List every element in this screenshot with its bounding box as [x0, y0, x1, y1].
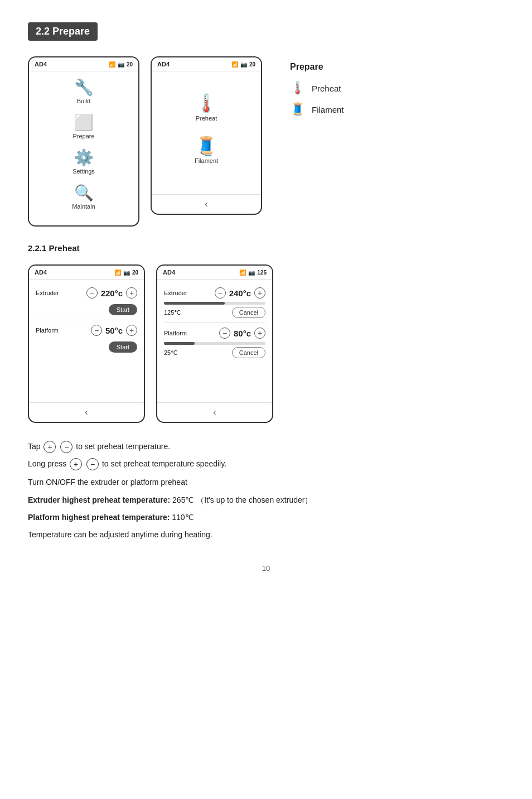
extruder-plus-1[interactable]: + [126, 287, 137, 299]
platform-current-2: 25°C [164, 349, 178, 356]
note2-regular: 265℃ （It's up to the chosen extruder） [172, 495, 312, 504]
camera-icon-2: 📷 [240, 61, 247, 68]
preheat-phone-2: AD4 📶 📷 125 Extruder − 240°c + [156, 264, 273, 423]
divider-1 [36, 320, 137, 320]
extruder-temp-1: 220°c [101, 288, 123, 298]
note3: Platform highest preheat temperature: 11… [28, 511, 504, 524]
platform-cancel-2[interactable]: Cancel [232, 347, 265, 358]
preheat-body-2: Extruder − 240°c + 125℃ Cancel [157, 280, 272, 402]
minus-inline-2: − [86, 458, 99, 470]
phone-footer-2[interactable]: ‹ [152, 194, 261, 214]
extruder-label-1: Extruder [36, 290, 59, 296]
menu-item-filament[interactable]: 🧵 Filament [195, 135, 218, 164]
platform-section-2: Platform − 80°c + 25°C Cancel [164, 328, 265, 358]
prepare-description: Prepare 🌡️ Preheat 🧵 Filament [290, 56, 344, 123]
preheat-footer-1[interactable]: ‹ [29, 402, 144, 422]
tap-instruction: Tap + − to set preheat temperature. [28, 440, 504, 454]
menu-item-prepare[interactable]: ⬜ Prepare [36, 113, 132, 139]
build-icon: 🔧 [74, 78, 94, 97]
plus-inline-2: + [70, 458, 82, 470]
phone-screen-1: AD4 📶 📷 20 🔧 Build ⬜ Prepare ⚙️ Settings… [28, 56, 139, 227]
platform-progress-fill [164, 342, 195, 345]
extruder-temp-2: 240°c [229, 288, 251, 298]
platform-start-1[interactable]: Start [109, 341, 137, 353]
extruder-cancel-2[interactable]: Cancel [232, 307, 265, 318]
preheat-body-1: Extruder − 220°c + Start Platform − [29, 280, 144, 402]
preheat-header-1: AD4 📶 📷 20 [29, 266, 144, 280]
header-icons-2: 📶 📷 20 [231, 61, 255, 68]
platform-minus-1[interactable]: − [91, 325, 102, 336]
camera-icon: 📷 [118, 61, 124, 68]
extruder-section-1: Extruder − 220°c + Start [36, 287, 137, 315]
platform-plus-1[interactable]: + [126, 325, 137, 336]
note3-regular: 110℃ [172, 513, 194, 522]
note2: Extruder highest preheat temperature: 26… [28, 493, 504, 507]
battery-ph1: 20 [132, 269, 138, 276]
platform-section-1: Platform − 50°c + Start [36, 325, 137, 353]
prepare-desc-filament: 🧵 Filament [290, 102, 344, 117]
preheat-phone-1: AD4 📶 📷 20 Extruder − 220°c + S [28, 264, 145, 423]
back-chevron-ph2: ‹ [213, 407, 216, 417]
phone-body-2: 🌡️ Preheat 🧵 Filament [152, 71, 261, 194]
preheat-desc-label: Preheat [312, 84, 341, 93]
extruder-section-2: Extruder − 240°c + 125℃ Cancel [164, 287, 265, 318]
phone-header-1: AD4 📶 📷 20 [29, 57, 138, 71]
platform-progress-bar [164, 342, 265, 345]
menu-item-settings[interactable]: ⚙️ Settings [36, 148, 132, 175]
filament-desc-icon: 🧵 [290, 102, 305, 117]
extruder-start-1[interactable]: Start [109, 304, 137, 315]
prepare-desc-preheat: 🌡️ Preheat [290, 81, 344, 95]
preheat-screens-row: AD4 📶 📷 20 Extruder − 220°c + S [28, 264, 504, 423]
platform-label-1: Platform [36, 327, 59, 334]
filament-desc-label: Filament [312, 105, 344, 114]
battery-label-2: 20 [249, 61, 255, 68]
phone-header-2: AD4 📶 📷 20 [152, 57, 261, 71]
note1: Turn ON/OFF the extruder or platform pre… [28, 475, 504, 489]
preheat-header-icons-1: 📶 📷 20 [114, 269, 138, 276]
menu-item-preheat[interactable]: 🌡️ Preheat [195, 93, 217, 122]
maintain-label: Maintain [72, 203, 95, 210]
extruder-minus-2[interactable]: − [215, 287, 226, 299]
extruder-progress-bar [164, 302, 265, 305]
subsection-header: 2.2.1 Preheat [28, 243, 504, 253]
extruder-minus-1[interactable]: − [86, 287, 98, 299]
prepare-screens-row: AD4 📶 📷 20 🔧 Build ⬜ Prepare ⚙️ Settings… [28, 56, 504, 227]
preheat-header-icons-2: 📶 📷 125 [239, 269, 267, 276]
note3-bold: Platform highest preheat temperature: [28, 513, 170, 522]
note2-bold: Extruder highest preheat temperature: [28, 495, 170, 504]
device-label-1: AD4 [35, 61, 47, 68]
page-number: 10 [28, 564, 504, 572]
long-press-instruction: Long press + − to set preheat temperatur… [28, 457, 504, 471]
preheat-device-1: AD4 [35, 269, 47, 276]
phone-body-1: 🔧 Build ⬜ Prepare ⚙️ Settings 🔍 Maintain [29, 71, 138, 225]
preheat-desc-icon: 🌡️ [290, 81, 305, 95]
build-label: Build [77, 98, 90, 104]
platform-label-2: Platform [164, 330, 187, 336]
platform-minus-2[interactable]: − [219, 328, 230, 339]
back-chevron-ph1: ‹ [85, 407, 88, 417]
instructions: Tap + − to set preheat temperature. Long… [28, 440, 504, 542]
preheat-device-2: AD4 [163, 269, 175, 276]
platform-temp-1: 50°c [105, 326, 123, 335]
preheat-footer-2[interactable]: ‹ [157, 402, 272, 422]
prepare-label: Prepare [72, 133, 94, 139]
extruder-plus-2[interactable]: + [254, 287, 265, 299]
back-chevron-2: ‹ [205, 199, 207, 209]
wifi-icon-ph1: 📶 [114, 269, 121, 276]
divider-2 [164, 323, 265, 323]
wifi-icon-2: 📶 [231, 61, 238, 68]
menu-item-maintain[interactable]: 🔍 Maintain [36, 184, 132, 210]
platform-plus-2[interactable]: + [254, 328, 265, 339]
minus-inline-1: − [60, 441, 72, 453]
menu-item-build[interactable]: 🔧 Build [36, 78, 132, 104]
header-icons-1: 📶 📷 20 [109, 61, 133, 68]
extruder-label-2: Extruder [164, 290, 187, 296]
section-header: 2.2 Prepare [28, 22, 504, 56]
battery-label-1: 20 [127, 61, 133, 68]
extruder-progress-fill [164, 302, 225, 305]
plus-inline-1: + [43, 441, 56, 453]
note4: Temperature can be adjusted anytime duri… [28, 528, 504, 542]
platform-temp-2: 80°c [234, 329, 251, 338]
prepare-icon: ⬜ [74, 113, 94, 132]
preheat-icon: 🌡️ [195, 93, 217, 114]
